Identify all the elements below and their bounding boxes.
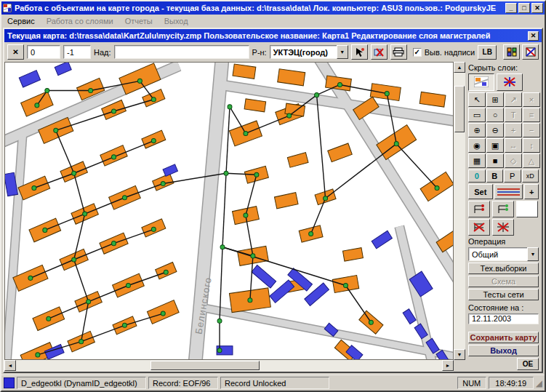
vscroll-track[interactable] xyxy=(454,73,465,349)
network-source-button[interactable] xyxy=(468,201,490,217)
network-node[interactable] xyxy=(228,105,232,109)
network-node[interactable] xyxy=(47,316,51,321)
menu-item-0[interactable]: Сервис xyxy=(7,17,35,25)
tech-selections-button[interactable]: Тех.выборки xyxy=(468,263,539,274)
network-tests-button[interactable]: Тесты сети xyxy=(468,289,539,300)
network-node[interactable] xyxy=(112,109,116,113)
network-node[interactable] xyxy=(217,348,222,353)
district-value[interactable]: УКТЭЦ(город) xyxy=(270,45,337,59)
district-dropdown-icon[interactable]: ▼ xyxy=(337,45,348,59)
network-node[interactable] xyxy=(112,241,116,246)
network-node[interactable] xyxy=(151,227,156,231)
pipe-edge[interactable] xyxy=(222,247,345,286)
quick-button-0[interactable]: 0 xyxy=(468,169,486,183)
zoom-window-tool-button[interactable]: ▭ xyxy=(468,108,486,122)
remove-tool-button[interactable]: − xyxy=(523,123,540,137)
network-off-button[interactable] xyxy=(468,219,490,236)
erase-tool-button[interactable]: × xyxy=(523,92,540,107)
move-tool-button[interactable]: ↗ xyxy=(505,92,522,107)
building[interactable] xyxy=(244,99,266,112)
building[interactable] xyxy=(233,64,256,79)
building[interactable] xyxy=(287,153,308,168)
menu-item-3[interactable]: Выход xyxy=(164,17,188,25)
network-node[interactable] xyxy=(369,320,373,324)
district-combo[interactable]: УКТЭЦ(город) ▼ xyxy=(270,45,348,59)
special-building[interactable] xyxy=(372,231,392,249)
operation-value[interactable]: Общий xyxy=(468,247,527,261)
solid-tool-button[interactable]: ■ xyxy=(486,153,504,168)
pipe-edge[interactable] xyxy=(317,95,326,199)
network-node[interactable] xyxy=(112,155,116,159)
pipe-edge[interactable] xyxy=(56,130,74,173)
network-node[interactable] xyxy=(220,245,225,249)
network-node[interactable] xyxy=(54,128,58,132)
add-tool-button[interactable]: + xyxy=(505,123,522,137)
map-vscrollbar[interactable]: ▲ ▼ xyxy=(454,62,465,360)
center-tool-button[interactable]: ◉ xyxy=(468,138,486,153)
network-node[interactable] xyxy=(164,270,168,274)
network-node[interactable] xyxy=(151,97,156,102)
save-map-button[interactable]: Сохранить карту xyxy=(468,332,539,343)
network-node[interactable] xyxy=(244,131,248,135)
network-node[interactable] xyxy=(32,185,36,190)
building[interactable] xyxy=(328,143,353,162)
stretch-v-tool-button[interactable]: ↕ xyxy=(523,138,540,153)
network-flow-button[interactable] xyxy=(492,201,514,217)
menu-item-2[interactable]: Отчеты xyxy=(125,17,153,25)
network-node[interactable] xyxy=(385,92,389,96)
network-node[interactable] xyxy=(72,171,76,175)
network-node[interactable] xyxy=(122,323,127,327)
network-node[interactable] xyxy=(394,142,398,146)
coord-x-field[interactable]: 0 xyxy=(27,45,60,59)
network-node[interactable] xyxy=(87,300,91,304)
coord-y-field[interactable]: -1 xyxy=(63,45,91,59)
operation-dropdown-icon[interactable]: ▼ xyxy=(527,247,539,261)
lb-button[interactable]: LB xyxy=(478,45,497,60)
exit-button[interactable]: Выход xyxy=(468,345,539,356)
scroll-down-icon[interactable]: ▼ xyxy=(454,349,465,360)
menu-item-1[interactable]: Работа со слоями xyxy=(47,17,113,25)
network-node[interactable] xyxy=(244,213,248,217)
network-node[interactable] xyxy=(161,181,165,185)
map-hscrollbar[interactable]: ◄ ► xyxy=(4,360,454,372)
network-node[interactable] xyxy=(83,212,87,216)
special-building[interactable] xyxy=(403,309,416,324)
building[interactable] xyxy=(278,69,305,86)
vscroll-thumb[interactable] xyxy=(454,86,465,132)
map-svg[interactable]: Белинского xyxy=(4,62,454,360)
network-node[interactable] xyxy=(217,319,222,323)
oe-button[interactable]: ОЕ xyxy=(517,358,539,370)
network-layer-toggle[interactable] xyxy=(497,73,523,91)
network-node[interactable] xyxy=(338,82,342,87)
building[interactable] xyxy=(419,92,446,107)
network-node[interactable] xyxy=(343,283,348,287)
maximize-button[interactable]: □ xyxy=(518,3,530,13)
preset-button[interactable] xyxy=(494,184,523,199)
text-tool-button[interactable]: T xyxy=(505,108,522,122)
special-building[interactable] xyxy=(19,71,40,87)
network-node[interactable] xyxy=(45,89,49,93)
scroll-right-icon[interactable]: ► xyxy=(442,360,454,371)
pipe-edge[interactable] xyxy=(222,173,226,247)
network-node[interactable] xyxy=(72,257,76,262)
building[interactable] xyxy=(274,193,298,209)
hscroll-thumb[interactable] xyxy=(150,361,260,370)
legend-button[interactable] xyxy=(522,44,539,60)
grid-tool-button[interactable]: ⊞ xyxy=(486,92,504,107)
network-node[interactable] xyxy=(122,196,127,200)
close-button[interactable]: ✕ xyxy=(531,3,543,13)
network-node[interactable] xyxy=(315,93,319,97)
special-building[interactable] xyxy=(55,62,71,76)
clear-selection-button[interactable] xyxy=(371,44,388,60)
zoom-out-tool-button[interactable]: ⊖ xyxy=(486,123,504,137)
building[interactable] xyxy=(342,248,363,262)
network-node[interactable] xyxy=(248,298,252,303)
network-node[interactable] xyxy=(287,113,292,118)
layers-button[interactable] xyxy=(503,44,520,60)
select-tool-button[interactable]: ↖ xyxy=(468,92,486,107)
print-button[interactable] xyxy=(390,44,407,60)
network-off-all-button[interactable] xyxy=(492,219,514,236)
network-node[interactable] xyxy=(35,103,39,108)
network-node[interactable] xyxy=(126,283,130,287)
blank-button[interactable] xyxy=(516,201,538,217)
